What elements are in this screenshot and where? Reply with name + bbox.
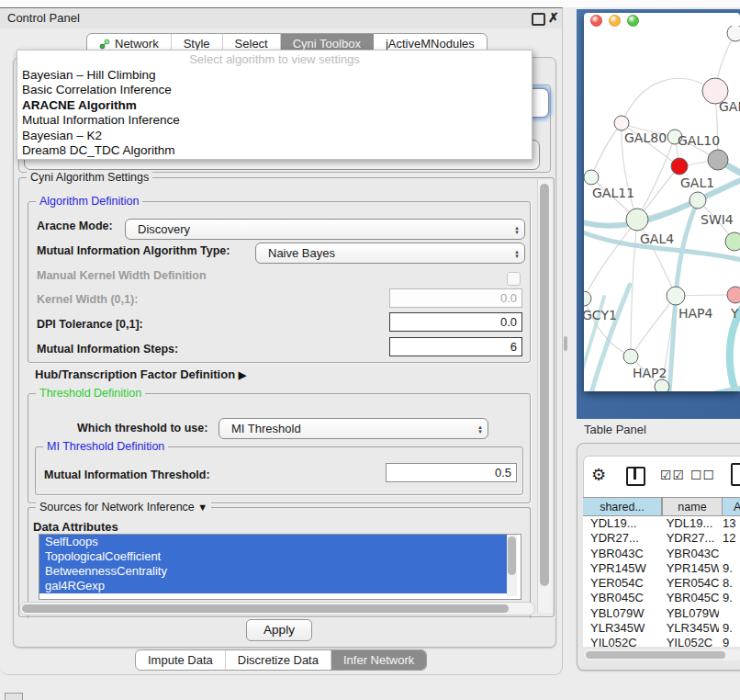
network-node-label: HAP2	[633, 366, 667, 380]
dpi-tolerance-field[interactable]: 0.0	[389, 312, 522, 332]
network-node-gal4[interactable]	[626, 209, 648, 231]
table-cell: 8.	[719, 576, 740, 591]
table-cell: 9	[719, 636, 740, 647]
tab-infer-network[interactable]: Infer Network	[331, 650, 426, 670]
attribute-list-scrollbar[interactable]	[507, 535, 517, 596]
tab-impute-data-label: Impute Data	[148, 653, 213, 667]
sources-group-title[interactable]: Sources for Network Inference ▼	[36, 501, 211, 514]
table-row[interactable]: YER054CYER054C8.	[583, 576, 740, 591]
threshold-definition-title: Threshold Definition	[36, 387, 145, 400]
window-top-strip	[0, 0, 740, 7]
cyni-settings-title: Cyni Algorithm Settings	[27, 171, 152, 184]
aracne-mode-combobox[interactable]: Discovery ▴▾	[125, 219, 525, 240]
scrollbar-thumb[interactable]	[586, 651, 725, 659]
network-node-gcy1[interactable]	[584, 291, 591, 306]
mi-threshold-definition-title: MI Threshold Definition	[43, 440, 168, 453]
network-node-label: GAL10	[678, 133, 720, 148]
dpi-tolerance-label: DPI Tolerance [0,1]:	[37, 318, 143, 331]
data-attribute-item[interactable]: SelfLoops	[39, 535, 508, 549]
expander-down-icon: ▼	[197, 502, 207, 513]
network-node[interactable]	[708, 150, 728, 170]
algorithm-option[interactable]: Basic Correlation Inference	[17, 83, 532, 97]
network-node-gal80[interactable]	[614, 116, 629, 130]
scrollbar-thumb[interactable]	[22, 604, 509, 613]
network-node-gal11[interactable]	[584, 170, 599, 185]
settings-vertical-scrollbar[interactable]	[537, 180, 552, 613]
network-node-label: GCY1	[584, 308, 617, 322]
table-cell: YDL19...	[659, 516, 719, 531]
manual-kernel-checkbox[interactable]	[507, 272, 521, 286]
tab-discretize-data[interactable]: Discretize Data	[226, 650, 331, 670]
close-icon[interactable]: ✗	[548, 10, 559, 25]
table-row[interactable]: YLR345WYLR345W9.	[583, 621, 740, 636]
table-row[interactable]: YIL052CYIL052C9	[583, 636, 740, 647]
algorithm-option[interactable]: Bayesian – K2	[17, 129, 532, 143]
table-row[interactable]: YBR043CYBR043C	[583, 547, 740, 561]
network-node-label: GAL	[719, 99, 740, 114]
table-horizontal-scrollbar[interactable]	[584, 649, 740, 660]
data-attributes-list: SelfLoopsTopologicalCoefficientBetweenne…	[39, 534, 521, 600]
network-node-label: GAL1	[680, 175, 714, 190]
network-node[interactable]	[725, 232, 740, 251]
data-attribute-item[interactable]: gal4RGexp	[39, 579, 508, 593]
mi-type-combobox[interactable]: Naive Bayes ▴▾	[255, 243, 525, 264]
column-header-shared-name[interactable]: shared...	[583, 497, 662, 516]
columns-icon[interactable]	[626, 467, 645, 486]
tab-style-label: Style	[184, 37, 210, 51]
scrollbar-thumb[interactable]	[540, 184, 549, 586]
table-row[interactable]: YDR27...YDR27...12	[583, 531, 740, 546]
minimized-panel-icon[interactable]	[5, 693, 23, 700]
table-cell: 12	[719, 531, 740, 546]
data-attribute-item[interactable]: BetweennessCentrality	[39, 564, 508, 579]
network-node[interactable]	[671, 158, 688, 175]
mi-type-label: Mutual Information Algorithm Type:	[37, 244, 230, 257]
table-cell: YDR27...	[583, 531, 659, 546]
table-row[interactable]: YDL19...YDL19...13	[583, 516, 740, 531]
algorithm-option[interactable]: Dream8 DC_TDC Algorithm	[17, 143, 532, 158]
network-node-swi4[interactable]	[690, 192, 706, 209]
document-icon[interactable]	[731, 463, 740, 486]
aracne-mode-value: Discovery	[126, 222, 510, 236]
kernel-width-field[interactable]: 0.0	[389, 288, 522, 308]
table-cell: YLR345W	[583, 621, 659, 636]
network-node-hap2[interactable]	[623, 349, 638, 364]
panel-splitter-handle[interactable]	[564, 336, 567, 351]
network-canvas[interactable]: GALGAL80GAL10GAL1GAL11SWI4GAL4GCY1HAP4YH…	[584, 26, 740, 391]
table-cell: YBR045C	[583, 591, 659, 605]
table-row[interactable]: YBL079WYBL079W	[583, 606, 740, 621]
show-columns-icon[interactable]: ☑☑	[660, 468, 685, 482]
table-cell	[719, 606, 740, 621]
mi-steps-field[interactable]: 6	[389, 337, 522, 356]
table-cell: YIL052C	[659, 636, 719, 647]
network-node[interactable]	[727, 26, 740, 41]
algorithm-option[interactable]: Bayesian – Hill Climbing	[17, 68, 532, 83]
which-threshold-combobox[interactable]: MI Threshold ▴▾	[219, 418, 488, 439]
column-header-name[interactable]: name	[662, 497, 723, 516]
hub-definition-label: Hub/Transcription Factor Definition	[35, 367, 235, 381]
which-threshold-label: Which threshold to use:	[77, 422, 207, 435]
scrollbar-thumb[interactable]	[508, 536, 516, 575]
algorithm-dropdown-prompt: Select algorithm to view settings	[17, 51, 532, 68]
table-row[interactable]: YBR045CYBR045C9.	[583, 591, 740, 605]
control-panel-title: Control Panel	[7, 11, 80, 25]
hide-columns-icon[interactable]: ☐☐	[690, 468, 715, 482]
network-node[interactable]	[655, 379, 669, 391]
float-panel-icon[interactable]	[532, 13, 545, 26]
mi-threshold-field[interactable]: 0.5	[386, 463, 517, 482]
settings-horizontal-scrollbar[interactable]	[19, 602, 535, 615]
algorithm-option[interactable]: ARACNE Algorithm	[17, 98, 532, 113]
algorithm-option[interactable]: Mutual Information Inference	[17, 113, 532, 128]
hub-definition-expander[interactable]: Hub/Transcription Factor Definition ▶	[35, 367, 246, 381]
tab-impute-data[interactable]: Impute Data	[136, 650, 226, 670]
network-node-label: GAL11	[592, 186, 634, 200]
gear-icon[interactable]: ⚙	[591, 465, 606, 485]
network-node-y[interactable]	[727, 287, 740, 303]
table-row[interactable]: YPR145WYPR145W9.	[583, 561, 740, 576]
data-attribute-item[interactable]: TopologicalCoefficient	[39, 549, 508, 564]
expander-right-icon: ▶	[239, 369, 246, 380]
apply-button[interactable]: Apply	[246, 619, 312, 641]
combo-stepper-icon: ▴▾	[510, 225, 524, 234]
algorithm-definition-title: Algorithm Definition	[36, 195, 142, 208]
network-node-hap4[interactable]	[667, 287, 685, 305]
column-header-partial[interactable]: A	[723, 497, 740, 516]
